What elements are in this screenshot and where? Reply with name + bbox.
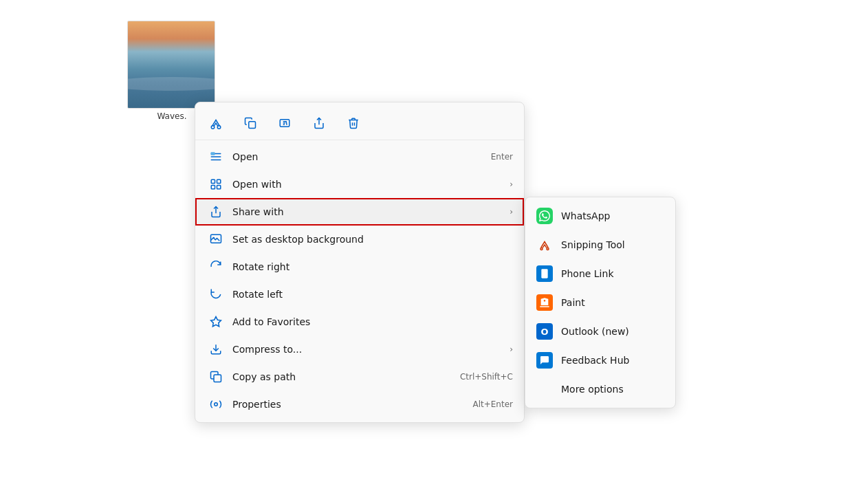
- open-with-label: Open with: [232, 179, 504, 190]
- share-with-label: Share with: [232, 206, 504, 217]
- copy-button[interactable]: [239, 112, 261, 134]
- share-with-arrow: ›: [510, 207, 513, 217]
- properties-icon: [206, 396, 226, 413]
- cut-button[interactable]: [205, 112, 227, 134]
- phone-link-label: Phone Link: [561, 268, 614, 279]
- menu-item-compress[interactable]: Compress to... ›: [195, 336, 524, 363]
- more-options-label: More options: [561, 384, 624, 395]
- submenu-item-more-options[interactable]: More options: [525, 375, 675, 404]
- svg-rect-9: [217, 186, 221, 189]
- rotate-left-label: Rotate left: [232, 289, 513, 300]
- file-image: [127, 21, 215, 109]
- feedback-hub-label: Feedback Hub: [561, 355, 629, 366]
- open-shortcut: Enter: [491, 152, 513, 162]
- menu-item-favorites[interactable]: Add to Favorites: [195, 308, 524, 336]
- rotate-left-icon: [206, 286, 226, 303]
- properties-label: Properties: [232, 399, 445, 410]
- rotate-right-label: Rotate right: [232, 261, 513, 272]
- whatsapp-icon: [536, 208, 553, 224]
- svg-point-1: [217, 126, 221, 129]
- context-menu-toolbar: [195, 107, 524, 140]
- open-with-arrow: ›: [510, 179, 513, 189]
- menu-item-rotate-left[interactable]: Rotate left: [195, 281, 524, 308]
- open-label: Open: [232, 151, 463, 162]
- context-menu: Open Enter Open with › Share with ›: [195, 102, 525, 423]
- set-bg-label: Set as desktop background: [232, 234, 513, 245]
- copy-path-label: Copy as path: [232, 371, 433, 382]
- paint-label: Paint: [561, 297, 585, 308]
- menu-item-copy-path[interactable]: Copy as path Ctrl+Shift+C: [195, 363, 524, 391]
- menu-item-properties[interactable]: Properties Alt+Enter: [195, 391, 524, 418]
- feedback-hub-icon: [536, 352, 553, 369]
- submenu-item-whatsapp[interactable]: WhatsApp: [525, 201, 675, 230]
- svg-rect-7: [217, 179, 221, 183]
- svg-marker-13: [211, 317, 221, 327]
- open-with-icon: [206, 176, 226, 193]
- menu-item-set-bg[interactable]: Set as desktop background: [195, 226, 524, 253]
- properties-shortcut: Alt+Enter: [472, 399, 513, 409]
- menu-item-share-with[interactable]: Share with ›: [195, 198, 524, 226]
- svg-point-17: [215, 403, 218, 406]
- svg-rect-8: [211, 186, 215, 189]
- submenu-item-feedback-hub[interactable]: Feedback Hub: [525, 346, 675, 375]
- svg-rect-6: [211, 179, 215, 183]
- rename-button[interactable]: [274, 112, 296, 134]
- phone-link-icon: [536, 265, 553, 282]
- compress-label: Compress to...: [232, 344, 504, 355]
- whatsapp-label: WhatsApp: [561, 210, 610, 221]
- svg-rect-16: [214, 375, 221, 382]
- menu-item-open[interactable]: Open Enter: [195, 143, 524, 171]
- open-icon: [206, 149, 226, 165]
- svg-point-18: [540, 248, 543, 250]
- outlook-icon: O: [536, 323, 553, 340]
- submenu-item-paint[interactable]: Paint: [525, 288, 675, 317]
- svg-rect-2: [249, 122, 256, 129]
- delete-button[interactable]: [342, 112, 364, 134]
- compress-icon: [206, 341, 226, 358]
- share-button[interactable]: [308, 112, 330, 134]
- rotate-right-icon: [206, 259, 226, 275]
- copy-path-icon: [206, 369, 226, 385]
- menu-item-rotate-right[interactable]: Rotate right: [195, 253, 524, 281]
- compress-arrow: ›: [510, 344, 513, 354]
- snipping-label: Snipping Tool: [561, 239, 625, 250]
- copy-path-shortcut: Ctrl+Shift+C: [460, 372, 513, 382]
- favorites-label: Add to Favorites: [232, 316, 513, 327]
- svg-point-0: [211, 126, 215, 129]
- paint-icon: [536, 294, 553, 311]
- share-submenu: WhatsApp Snipping Tool Phone Link Paint: [525, 197, 676, 408]
- more-options-icon: [536, 381, 553, 397]
- submenu-item-snipping[interactable]: Snipping Tool: [525, 230, 675, 259]
- menu-item-open-with[interactable]: Open with ›: [195, 171, 524, 198]
- snipping-icon: [536, 237, 553, 253]
- svg-rect-5: [211, 152, 215, 155]
- share-with-icon: [206, 204, 226, 220]
- submenu-item-phone-link[interactable]: Phone Link: [525, 259, 675, 288]
- svg-point-12: [213, 237, 215, 239]
- set-bg-icon: [206, 231, 226, 248]
- svg-point-19: [547, 248, 549, 250]
- submenu-item-outlook[interactable]: O Outlook (new): [525, 317, 675, 346]
- outlook-label: Outlook (new): [561, 326, 629, 337]
- favorites-icon: [206, 314, 226, 330]
